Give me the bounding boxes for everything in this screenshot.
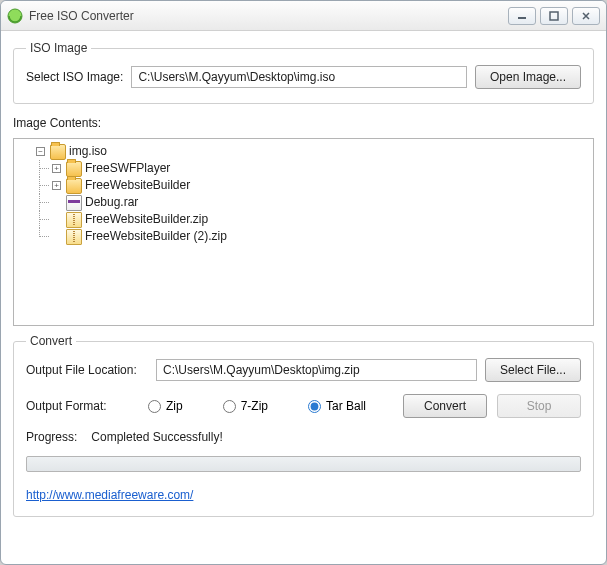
- format-zip-radio[interactable]: [148, 400, 161, 413]
- tree-item[interactable]: Debug.rar: [52, 194, 587, 211]
- format-tarball[interactable]: Tar Ball: [308, 399, 366, 413]
- iso-image-group: ISO Image Select ISO Image: Open Image..…: [13, 41, 594, 104]
- collapse-icon[interactable]: −: [36, 147, 45, 156]
- iso-path-input[interactable]: [131, 66, 467, 88]
- select-file-button[interactable]: Select File...: [485, 358, 581, 382]
- svg-rect-2: [550, 12, 558, 20]
- app-icon: [7, 8, 23, 24]
- folder-icon: [50, 144, 66, 160]
- output-path-input[interactable]: [156, 359, 477, 381]
- maximize-button[interactable]: [540, 7, 568, 25]
- app-window: Free ISO Converter ISO Image Select ISO …: [0, 0, 607, 565]
- svg-rect-1: [518, 17, 526, 19]
- rar-icon: [66, 195, 82, 211]
- tree-item[interactable]: FreeWebsiteBuilder.zip: [52, 211, 587, 228]
- progress-label: Progress:: [26, 430, 77, 444]
- window-title: Free ISO Converter: [29, 9, 508, 23]
- format-radio-group: Zip 7-Zip Tar Ball: [148, 399, 366, 413]
- titlebar[interactable]: Free ISO Converter: [1, 1, 606, 31]
- iso-legend: ISO Image: [26, 41, 91, 55]
- output-format-label: Output Format:: [26, 399, 148, 413]
- expand-icon[interactable]: +: [52, 164, 61, 173]
- tree-item-label: FreeWebsiteBuilder (2).zip: [85, 228, 227, 245]
- tree-root[interactable]: − img.iso: [36, 143, 587, 160]
- tree-item-label: FreeSWFPlayer: [85, 160, 170, 177]
- image-contents-label: Image Contents:: [13, 116, 594, 130]
- convert-legend: Convert: [26, 334, 76, 348]
- website-link[interactable]: http://www.mediafreeware.com/: [26, 484, 581, 502]
- convert-group: Convert Output File Location: Select Fil…: [13, 334, 594, 517]
- tree-spacer: [52, 198, 61, 207]
- zip-icon: [66, 212, 82, 228]
- format-zip[interactable]: Zip: [148, 399, 183, 413]
- zip-icon: [66, 229, 82, 245]
- format-7zip[interactable]: 7-Zip: [223, 399, 268, 413]
- select-iso-label: Select ISO Image:: [26, 70, 123, 84]
- tree-spacer: [52, 215, 61, 224]
- folder-icon: [66, 161, 82, 177]
- minimize-button[interactable]: [508, 7, 536, 25]
- tree-item-label: FreeWebsiteBuilder: [85, 177, 190, 194]
- svg-point-0: [8, 9, 22, 23]
- tree-item[interactable]: +FreeSWFPlayer: [52, 160, 587, 177]
- tree-item[interactable]: +FreeWebsiteBuilder: [52, 177, 587, 194]
- folder-icon: [66, 178, 82, 194]
- convert-button[interactable]: Convert: [403, 394, 487, 418]
- progress-bar: [26, 456, 581, 472]
- content-area: ISO Image Select ISO Image: Open Image..…: [1, 31, 606, 564]
- window-controls: [508, 7, 600, 25]
- progress-status: Completed Successfully!: [91, 430, 222, 444]
- tree-root-label: img.iso: [69, 143, 107, 160]
- tree-spacer: [52, 232, 61, 241]
- stop-button: Stop: [497, 394, 581, 418]
- close-button[interactable]: [572, 7, 600, 25]
- format-tarball-radio[interactable]: [308, 400, 321, 413]
- tree-item[interactable]: FreeWebsiteBuilder (2).zip: [52, 228, 587, 245]
- open-image-button[interactable]: Open Image...: [475, 65, 581, 89]
- tree-item-label: FreeWebsiteBuilder.zip: [85, 211, 208, 228]
- output-location-label: Output File Location:: [26, 363, 148, 377]
- tree-item-label: Debug.rar: [85, 194, 138, 211]
- contents-tree[interactable]: − img.iso +FreeSWFPlayer+FreeWebsiteBuil…: [13, 138, 594, 326]
- expand-icon[interactable]: +: [52, 181, 61, 190]
- format-7zip-radio[interactable]: [223, 400, 236, 413]
